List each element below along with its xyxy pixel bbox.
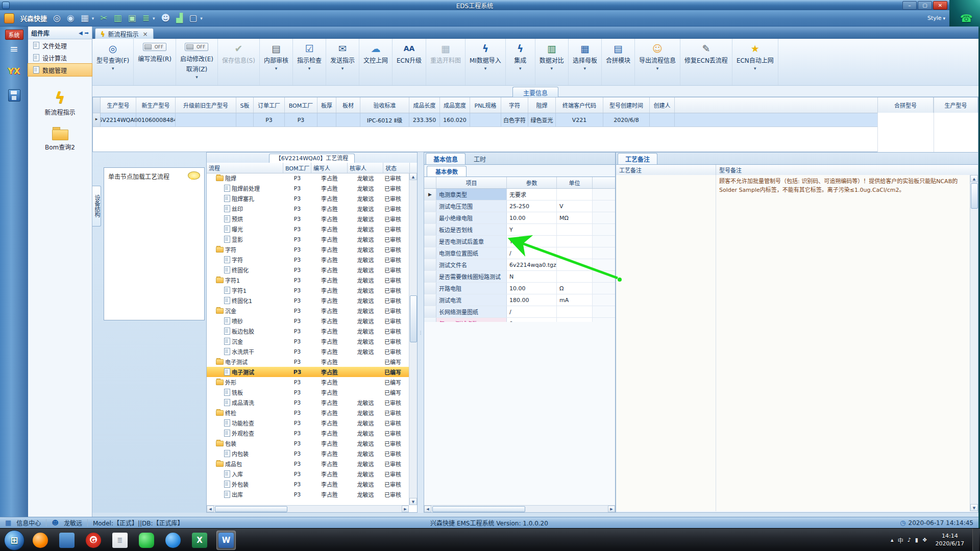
main-col-1[interactable]: 生产型号 bbox=[101, 97, 136, 113]
save-icon[interactable] bbox=[57, 531, 77, 550]
ribbon-button-17[interactable]: ✎修复ECN丢流程 bbox=[680, 39, 732, 85]
start-button[interactable]: ⊞ bbox=[4, 530, 24, 550]
taskbar-clock[interactable]: 14:14 2020/6/17 bbox=[932, 533, 968, 548]
process-row[interactable]: 外形P3李占胜已编写 bbox=[207, 377, 409, 387]
ribbon-button-1[interactable]: ◎型号查询(F)▾ bbox=[92, 39, 134, 85]
main-col-9[interactable]: 验收标准 bbox=[360, 97, 409, 113]
green-app-icon[interactable] bbox=[139, 533, 154, 548]
firefox-icon[interactable] bbox=[31, 531, 50, 550]
param-horizontal-scrollbar[interactable]: ◀ ▶ bbox=[424, 505, 615, 512]
param-row[interactable]: 是否电测试后盖章Y bbox=[424, 236, 615, 247]
process-col-5[interactable]: 状态 bbox=[383, 163, 410, 173]
ribbon-button-9[interactable]: AAECN升级 bbox=[393, 39, 426, 85]
process-row[interactable]: 阻焊P3李占胜龙敏远已审核 bbox=[207, 173, 409, 183]
ribbon-button-3[interactable]: OFF启动修改(E)取消(Z)▾ bbox=[176, 39, 218, 85]
titlebar[interactable]: EDS工程系统 – ▢ ✕ bbox=[0, 0, 949, 10]
row-selector[interactable] bbox=[93, 113, 101, 127]
param-value[interactable]: Y bbox=[507, 236, 557, 247]
dropdown-caret-icon[interactable]: ▾ bbox=[92, 16, 94, 21]
nav-forward-icon[interactable]: ➡ bbox=[85, 30, 89, 36]
main-col-3[interactable]: 升级前旧生产型号 bbox=[176, 97, 236, 113]
main-col-13[interactable]: 字符 bbox=[501, 97, 528, 113]
save-icon[interactable] bbox=[59, 533, 75, 548]
param-row[interactable]: 最小绝缘电阻10.00MΩ bbox=[424, 212, 615, 224]
main-col-2[interactable]: 新生产型号 bbox=[136, 97, 176, 113]
process-row[interactable]: 铣板P3李占胜已编写 bbox=[207, 387, 409, 397]
ribbon-button-11[interactable]: ϟMI数据导入▾ bbox=[465, 39, 506, 85]
browser-icon[interactable]: G bbox=[84, 531, 103, 550]
copy-icon[interactable]: ▣ bbox=[128, 14, 136, 22]
notes-vertical-scrollbar[interactable]: ▲ ▼ bbox=[970, 175, 978, 511]
process-row[interactable]: 喷砂P3李占胜龙敏远已审核 bbox=[207, 316, 409, 326]
scroll-up-icon[interactable]: ▲ bbox=[409, 173, 417, 180]
ribbon-button-12[interactable]: ϟ集成▾ bbox=[506, 39, 535, 85]
main-col-8[interactable]: 板材 bbox=[336, 97, 360, 113]
tray-expand-icon[interactable]: ▴ bbox=[891, 537, 894, 543]
param-value[interactable]: 180.00 bbox=[507, 294, 557, 306]
param-value[interactable]: N bbox=[507, 271, 557, 282]
param-value[interactable]: / bbox=[507, 247, 557, 259]
param-row[interactable]: 电测章位置图纸/ bbox=[424, 247, 615, 259]
param-value[interactable]: 10.00 bbox=[507, 283, 557, 294]
ribbon-button-5[interactable]: ▤内部审核▾ bbox=[260, 39, 293, 85]
tab-close-icon[interactable]: × bbox=[143, 31, 148, 38]
process-row[interactable]: 水洗烘干P3李占胜龙敏远已审核 bbox=[207, 346, 409, 357]
process-row[interactable]: 入库P3李占胜龙敏远已审核 bbox=[207, 469, 409, 479]
messenger-icon[interactable] bbox=[163, 531, 183, 550]
process-row[interactable]: 终固化P3李占胜龙敏远已审核 bbox=[207, 265, 409, 275]
process-row[interactable]: 显影P3李占胜龙敏远已审核 bbox=[207, 234, 409, 244]
search-icon[interactable]: ◎ bbox=[53, 14, 61, 22]
main-col-6[interactable]: BOM工厂 bbox=[285, 97, 317, 113]
maximize-button[interactable]: ▢ bbox=[918, 1, 932, 10]
model-notes-cell[interactable]: 顾客不允许加批量管制号（包括: 识别码、可追朔编码等）！提供给客户的实验板只能贴… bbox=[716, 175, 970, 511]
notepad-icon[interactable]: ≣ bbox=[110, 531, 130, 550]
table-icon[interactable]: ▦ bbox=[81, 14, 89, 22]
param-row[interactable]: 测试文件名6v2214wqa0.tgz bbox=[424, 259, 615, 271]
nav-back-icon[interactable]: ◀ bbox=[79, 30, 83, 36]
process-row[interactable]: 曝光P3李占胜龙敏远已审核 bbox=[207, 224, 409, 234]
process-col-1[interactable]: 流程 bbox=[207, 163, 283, 173]
process-notes-cell[interactable] bbox=[616, 175, 716, 511]
main-col-17[interactable]: 创建人 bbox=[650, 97, 675, 113]
ribbon-button-14[interactable]: ▦选择母板▾ bbox=[569, 39, 602, 85]
show-desktop-button[interactable] bbox=[972, 529, 979, 551]
scroll-left-icon[interactable]: ◀ bbox=[207, 506, 214, 512]
process-row[interactable]: 沉金P3李占胜龙敏远已审核 bbox=[207, 336, 409, 346]
ribbon-button-7[interactable]: ✉发送指示▾ bbox=[326, 39, 359, 85]
dropdown-caret-icon[interactable]: ▾ bbox=[754, 66, 756, 71]
process-row[interactable]: 外观检查P3李占胜龙敏远已审核 bbox=[207, 428, 409, 438]
process-col-2[interactable]: BOM工厂 bbox=[283, 163, 311, 173]
process-row[interactable]: 包装P3李占胜龙敏远已审核 bbox=[207, 438, 409, 448]
list-icon[interactable]: ≣ bbox=[142, 14, 150, 22]
dropdown-caret-icon[interactable]: ▾ bbox=[200, 16, 203, 21]
scroll-right-icon[interactable]: ▶ bbox=[402, 506, 409, 512]
scroll-left-icon[interactable]: ◀ bbox=[424, 506, 431, 512]
hamburger-menu-icon[interactable]: ≡ bbox=[0, 43, 28, 55]
off-toggle[interactable]: OFF bbox=[185, 43, 208, 51]
scroll-thumb[interactable] bbox=[215, 506, 287, 512]
scroll-up-icon[interactable]: ▲ bbox=[970, 175, 978, 182]
process-col-4[interactable]: 核审人 bbox=[348, 163, 383, 173]
process-row[interactable]: 终检P3李占胜龙敏远已审核 bbox=[207, 408, 409, 418]
scroll-down-icon[interactable]: ▼ bbox=[970, 504, 978, 511]
user-icon[interactable]: ☻ bbox=[161, 14, 170, 22]
window-icon[interactable]: ▢ bbox=[189, 14, 197, 22]
tab-process-notes[interactable]: 工艺备注 bbox=[618, 153, 657, 164]
load-process-hint[interactable]: 单击节点加载工艺流程 bbox=[104, 167, 205, 320]
main-col-14[interactable]: 阻焊 bbox=[528, 97, 556, 113]
process-row[interactable]: 阻焊前处理P3李占胜龙敏远已审核 bbox=[207, 183, 409, 193]
process-row[interactable]: 内包装P3李占胜龙敏远已审核 bbox=[207, 448, 409, 459]
ribbon-sub-action[interactable]: 取消(Z) bbox=[186, 64, 208, 73]
main-col-16[interactable]: 型号创建时间 bbox=[603, 97, 650, 113]
word-icon[interactable]: W bbox=[218, 533, 234, 548]
phone-icon[interactable]: ☎ bbox=[960, 12, 973, 24]
excel-icon[interactable]: X bbox=[192, 533, 207, 548]
process-row[interactable]: 外包装P3李占胜龙敏远已审核 bbox=[207, 479, 409, 489]
process-row[interactable]: 预烘P3李占胜龙敏远已审核 bbox=[207, 214, 409, 224]
factory-icon[interactable]: ▥ bbox=[114, 14, 122, 22]
panel-splitter[interactable]: ⋮ bbox=[418, 152, 424, 513]
dropdown-caret-icon[interactable]: ▾ bbox=[484, 66, 487, 71]
info-center-label[interactable]: 信息中心 bbox=[16, 518, 41, 527]
close-button[interactable]: ✕ bbox=[933, 1, 947, 10]
tab-basic-params[interactable]: 基本参数 bbox=[427, 166, 467, 177]
